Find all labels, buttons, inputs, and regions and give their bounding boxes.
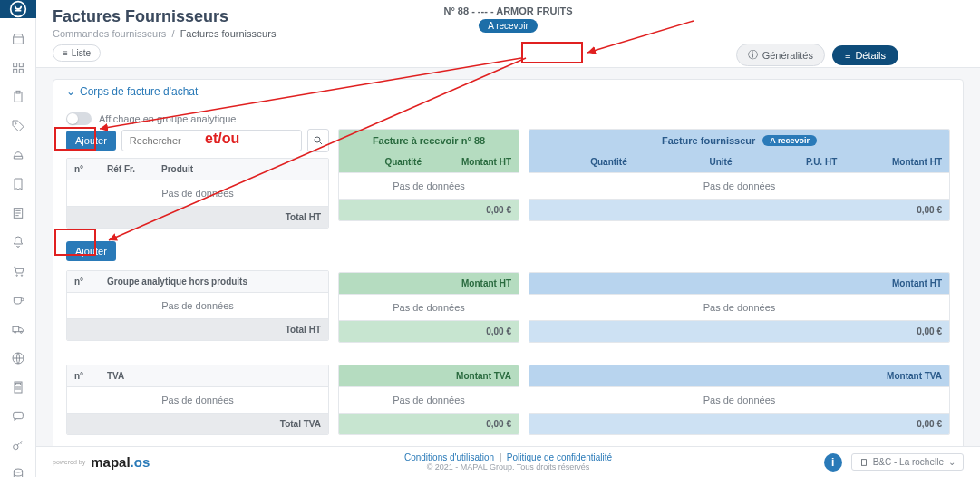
empty-row: Pas de données <box>67 387 328 413</box>
nav-chat-icon[interactable] <box>10 408 26 424</box>
svg-point-20 <box>15 389 16 390</box>
col-n: n° <box>67 271 100 292</box>
total-ht-label: Total HT <box>67 319 328 340</box>
svg-rect-2 <box>19 63 23 67</box>
chevron-down-icon: ⌄ <box>948 457 956 467</box>
status-badge: A recevoir <box>479 19 537 33</box>
brand-name: mapal.os <box>91 454 150 470</box>
nav-key-icon[interactable] <box>10 437 26 453</box>
col-montant-ht: Montant HT <box>844 151 949 172</box>
add-group-button[interactable]: Ajouter <box>66 241 116 261</box>
col-unite: Unité <box>635 151 740 172</box>
col-montant-ht: Montant HT <box>429 151 519 172</box>
toggle-groupe-analytique[interactable] <box>66 112 92 125</box>
empty-row: Pas de données <box>67 180 328 206</box>
svg-point-24 <box>13 444 17 449</box>
nav-calculator-icon[interactable] <box>10 379 26 395</box>
svg-rect-1 <box>13 63 16 67</box>
total-value: 0,00 € <box>339 414 519 434</box>
info-icon: ⓘ <box>748 48 758 62</box>
col-tva: TVA <box>100 365 328 386</box>
svg-point-28 <box>315 137 320 142</box>
svg-point-18 <box>17 387 18 388</box>
col-montant-ht: Montant HT <box>339 273 519 294</box>
total-value: 0,00 € <box>529 321 949 342</box>
section-corps-header[interactable]: ⌄ Corps de facture d'achat <box>53 80 963 103</box>
total-ht-label: Total HT <box>67 207 328 228</box>
nav-clipboard-icon[interactable] <box>10 89 26 105</box>
location-select[interactable]: B&C - La rochelle ⌄ <box>851 453 964 471</box>
col-quantite: Quantité <box>339 151 429 172</box>
list-icon: ≡ <box>63 48 68 58</box>
info-button[interactable]: i <box>824 453 842 472</box>
nav-store-icon[interactable] <box>10 31 26 47</box>
svg-point-19 <box>19 387 20 388</box>
tab-details[interactable]: ≡ Détails <box>832 45 898 65</box>
supplier-label: N° 88 - --- - ARMOR FRUITS <box>443 5 572 16</box>
tab-general[interactable]: ⓘ Généralités <box>736 44 825 66</box>
svg-point-10 <box>21 275 22 276</box>
empty-row: Pas de données <box>339 173 519 199</box>
col-ref: Réf Fr. <box>100 159 154 180</box>
svg-rect-29 <box>861 459 866 465</box>
col-montant-tva: Montant TVA <box>529 365 949 386</box>
page-header: Factures Fournisseurs Commandes fourniss… <box>36 0 980 68</box>
empty-row: Pas de données <box>339 295 519 320</box>
col-n: n° <box>67 159 100 180</box>
total-value: 0,00 € <box>529 200 949 220</box>
svg-point-21 <box>17 389 18 390</box>
svg-rect-16 <box>15 383 20 385</box>
nav-tag-icon[interactable] <box>10 118 26 134</box>
add-product-button[interactable]: Ajouter <box>66 131 116 151</box>
svg-rect-3 <box>13 69 16 73</box>
nav-truck-icon[interactable] <box>10 321 26 337</box>
nav-db-icon[interactable] <box>10 466 26 477</box>
svg-point-17 <box>15 387 16 388</box>
col-montant-ht: Montant HT <box>529 273 949 294</box>
total-value: 0,00 € <box>339 200 519 220</box>
liste-chip[interactable]: ≡ Liste <box>53 44 101 62</box>
brand-logo-top[interactable] <box>0 0 36 18</box>
svg-point-22 <box>19 389 20 390</box>
svg-point-25 <box>14 469 22 472</box>
col-produit: Produit <box>154 159 328 180</box>
nav-cart-icon[interactable] <box>10 263 26 279</box>
svg-rect-11 <box>13 326 19 331</box>
building-icon <box>859 458 868 467</box>
breadcrumb-current: Factures fournisseurs <box>180 28 277 39</box>
badge-a-recevoir: A recevoir <box>762 135 817 146</box>
sidebar <box>0 0 36 477</box>
list-icon: ≡ <box>845 50 850 61</box>
col-montant-tva: Montant TVA <box>339 365 519 386</box>
search-input[interactable] <box>122 131 301 151</box>
link-privacy[interactable]: Politique de confidentialité <box>507 453 612 462</box>
svg-point-9 <box>16 275 17 276</box>
copyright: © 2021 - MAPAL Group. Tous droits réserv… <box>404 462 612 472</box>
total-tva-label: Total TVA <box>67 414 328 434</box>
nav-receipt-icon[interactable] <box>10 176 26 192</box>
empty-row: Pas de données <box>339 387 519 413</box>
footer: powered by mapal.os Conditions d'utilisa… <box>36 446 980 477</box>
nav-bell-icon[interactable] <box>10 234 26 250</box>
facture-fournisseur-caption: Facture fournisseur A recevoir <box>529 130 949 151</box>
total-value: 0,00 € <box>339 321 519 342</box>
empty-row: Pas de données <box>529 295 949 320</box>
svg-rect-4 <box>19 69 23 73</box>
facture-recevoir-caption: Facture à recevoir n° 88 <box>339 130 519 151</box>
nav-grid-icon[interactable] <box>10 60 26 76</box>
col-groupe: Groupe analytique hors produits <box>100 271 328 292</box>
link-conditions[interactable]: Conditions d'utilisation <box>404 453 494 462</box>
nav-hat-icon[interactable] <box>10 147 26 163</box>
col-pu-ht: P.U. HT <box>740 151 845 172</box>
powered-by-label: powered by <box>53 459 85 465</box>
nav-doc-icon[interactable] <box>10 205 26 221</box>
content-area: ⌄ Corps de facture d'achat Affichage en … <box>36 68 980 446</box>
svg-rect-23 <box>13 412 23 418</box>
breadcrumb-parent[interactable]: Commandes fournisseurs <box>53 28 166 39</box>
svg-point-13 <box>20 331 22 333</box>
total-value: 0,00 € <box>529 414 949 434</box>
nav-cup-icon[interactable] <box>10 292 26 308</box>
search-button[interactable] <box>307 129 329 152</box>
nav-globe-icon[interactable] <box>10 350 26 366</box>
empty-row: Pas de données <box>529 173 949 199</box>
